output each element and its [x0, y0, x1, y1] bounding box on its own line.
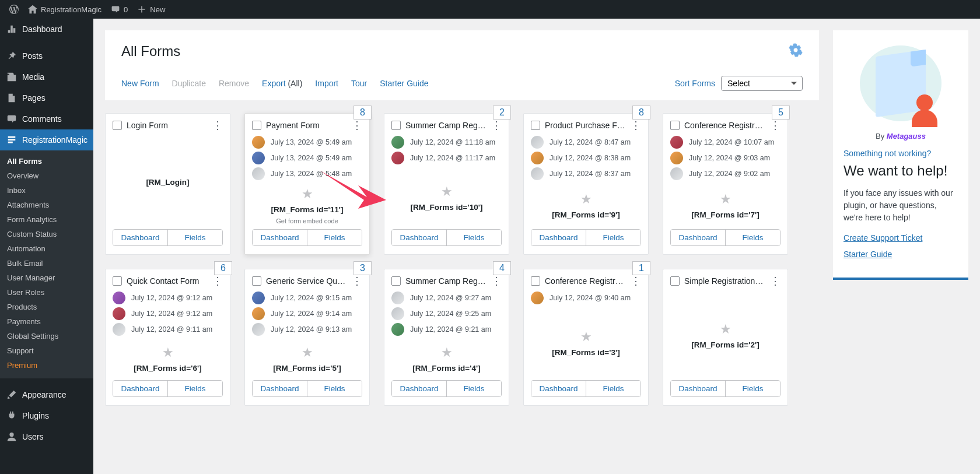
favorite-star-icon[interactable]: ★: [302, 187, 313, 202]
fields-button[interactable]: Fields: [586, 381, 640, 396]
support-ticket-link[interactable]: Create Support Ticket: [844, 233, 958, 243]
sub-payments[interactable]: Payments: [0, 314, 93, 329]
recent-submission: July 13, 2024 @ 5:49 am: [252, 136, 362, 149]
select-form-checkbox[interactable]: [113, 121, 122, 130]
select-form-checkbox[interactable]: [252, 121, 261, 130]
recent-submission: July 12, 2024 @ 8:38 am: [531, 152, 641, 164]
sort-select[interactable]: Select: [721, 76, 803, 91]
comments-bubble[interactable]: 0: [106, 0, 132, 19]
form-shortcode: [RM_Login]: [146, 178, 189, 187]
pin-icon: [6, 50, 18, 62]
select-form-checkbox[interactable]: [252, 276, 261, 286]
site-name[interactable]: RegistrationMagic: [23, 0, 106, 19]
fields-button[interactable]: Fields: [167, 230, 222, 245]
wp-logo[interactable]: [5, 0, 23, 19]
favorite-star-icon[interactable]: ★: [720, 322, 732, 337]
dashboard-button[interactable]: Dashboard: [531, 381, 586, 396]
tool-import[interactable]: Import: [315, 79, 338, 88]
sub-automation[interactable]: Automation: [0, 241, 93, 256]
sub-all-forms[interactable]: All Forms: [0, 154, 93, 168]
sub-bulk-email[interactable]: Bulk Email: [0, 256, 93, 271]
favorite-star-icon[interactable]: ★: [720, 192, 732, 207]
tool-new-form[interactable]: New Form: [121, 79, 159, 88]
settings-gear-icon[interactable]: [789, 43, 803, 57]
recent-submission: July 12, 2024 @ 9:14 am: [252, 307, 362, 320]
more-options-icon[interactable]: ⋮: [352, 122, 362, 129]
dashboard-button[interactable]: Dashboard: [392, 230, 446, 245]
favorite-star-icon[interactable]: ★: [580, 329, 592, 345]
sub-user-roles[interactable]: User Roles: [0, 285, 93, 300]
more-options-icon[interactable]: ⋮: [631, 278, 641, 285]
favorite-star-icon[interactable]: ★: [580, 192, 592, 207]
tool-tour[interactable]: Tour: [351, 79, 367, 88]
fields-button[interactable]: Fields: [446, 230, 501, 245]
favorite-star-icon[interactable]: ★: [441, 184, 453, 199]
submission-time: July 13, 2024 @ 5:49 am: [271, 154, 352, 162]
dashboard-button[interactable]: Dashboard: [392, 381, 446, 396]
sub-products[interactable]: Products: [0, 300, 93, 314]
favorite-star-icon[interactable]: ★: [162, 345, 174, 360]
sidebar-item-plugins[interactable]: Plugins: [0, 405, 93, 417]
sidebar-item-comments[interactable]: Comments: [0, 108, 93, 129]
new-content[interactable]: New: [132, 0, 170, 19]
sidebar-item-pages[interactable]: Pages: [0, 87, 93, 108]
more-options-icon[interactable]: ⋮: [352, 278, 362, 285]
form-title: Quick Contact Form: [127, 276, 208, 286]
form-shortcode: [RM_Forms id='6']: [134, 364, 201, 373]
select-form-checkbox[interactable]: [113, 276, 122, 286]
submission-time: July 12, 2024 @ 9:21 am: [410, 325, 491, 333]
fields-button[interactable]: Fields: [307, 230, 362, 245]
sub-global-settings[interactable]: Global Settings: [0, 329, 93, 343]
more-options-icon[interactable]: ⋮: [770, 122, 780, 129]
sidebar-item-posts[interactable]: Posts: [0, 45, 93, 66]
sub-inbox[interactable]: Inbox: [0, 183, 93, 198]
fields-button[interactable]: Fields: [307, 381, 362, 396]
sidebar-item-appearance[interactable]: Appearance: [0, 384, 93, 405]
sidebar-item-registrationmagic[interactable]: RegistrationMagic: [0, 129, 93, 150]
fields-button[interactable]: Fields: [586, 230, 640, 245]
form-card: 1 Conference Registrati… ⋮ July 12, 2024…: [523, 269, 649, 406]
more-options-icon[interactable]: ⋮: [212, 122, 223, 129]
dashboard-button[interactable]: Dashboard: [113, 230, 167, 245]
submission-time: July 12, 2024 @ 8:47 am: [550, 138, 631, 146]
favorite-star-icon[interactable]: ★: [302, 345, 313, 360]
embed-code-link[interactable]: Get form embed code: [276, 217, 338, 224]
sub-overview[interactable]: Overview: [0, 168, 93, 183]
fields-button[interactable]: Fields: [167, 381, 222, 396]
more-options-icon[interactable]: ⋮: [491, 122, 502, 129]
select-form-checkbox[interactable]: [531, 121, 540, 130]
submission-count-badge: 4: [493, 261, 511, 275]
dashboard-icon: [6, 23, 18, 35]
sub-user-manager[interactable]: User Manager: [0, 271, 93, 285]
sub-premium[interactable]: Premium: [0, 358, 93, 373]
more-options-icon[interactable]: ⋮: [770, 278, 780, 285]
select-form-checkbox[interactable]: [670, 121, 680, 130]
sub-form-analytics[interactable]: Form Analytics: [0, 212, 93, 227]
fields-button[interactable]: Fields: [446, 381, 501, 396]
favorite-star-icon[interactable]: ★: [441, 345, 453, 360]
form-title: Summer Camp Registr…: [405, 121, 487, 130]
more-options-icon[interactable]: ⋮: [491, 278, 502, 285]
select-form-checkbox[interactable]: [391, 276, 401, 286]
tool-export[interactable]: Export (All): [262, 79, 302, 88]
select-form-checkbox[interactable]: [391, 121, 401, 130]
dashboard-button[interactable]: Dashboard: [671, 230, 725, 245]
starter-guide-link[interactable]: Starter Guide: [844, 250, 958, 259]
tool-starter[interactable]: Starter Guide: [380, 79, 428, 88]
sub-attachments[interactable]: Attachments: [0, 198, 93, 212]
dashboard-button[interactable]: Dashboard: [253, 230, 307, 245]
dashboard-button[interactable]: Dashboard: [113, 381, 167, 396]
sidebar-item-media[interactable]: Media: [0, 66, 93, 87]
fields-button[interactable]: Fields: [725, 230, 780, 245]
more-options-icon[interactable]: ⋮: [631, 122, 641, 129]
select-form-checkbox[interactable]: [670, 276, 680, 286]
dashboard-button[interactable]: Dashboard: [253, 381, 307, 396]
dashboard-button[interactable]: Dashboard: [531, 230, 586, 245]
fields-button[interactable]: Fields: [725, 381, 780, 396]
more-options-icon[interactable]: ⋮: [212, 278, 223, 285]
dashboard-button[interactable]: Dashboard: [671, 381, 725, 396]
sub-custom-status[interactable]: Custom Status: [0, 227, 93, 241]
sub-support[interactable]: Support: [0, 343, 93, 358]
sidebar-item-dashboard[interactable]: Dashboard: [0, 19, 93, 40]
select-form-checkbox[interactable]: [531, 276, 540, 286]
